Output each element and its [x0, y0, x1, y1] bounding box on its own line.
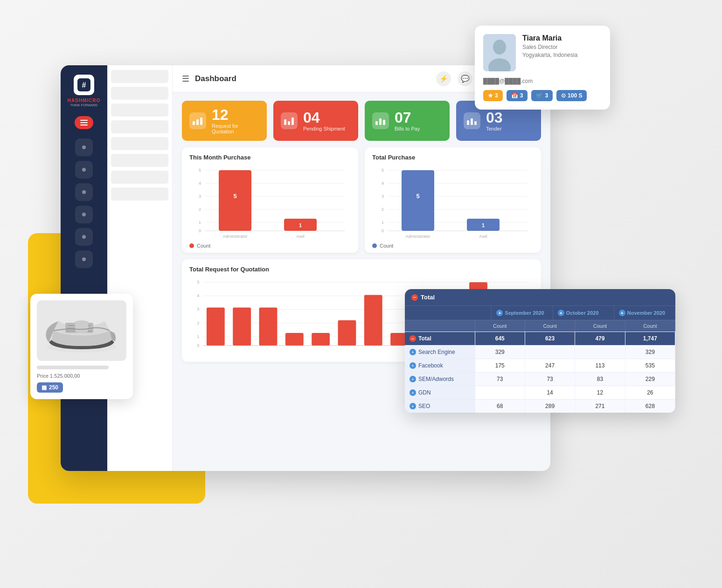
dt-minus-icon: − — [411, 294, 418, 301]
sidebar: # HASHMICRO THINK FORWARD — [61, 65, 107, 471]
charts-row: This Month Purchase 5 4 3 2 — [173, 147, 550, 259]
stat-label-ps: Pending Shipment — [303, 126, 345, 131]
svg-text:4: 4 — [199, 181, 201, 186]
stat-card-rfq[interactable]: 12 Request for Quotation — [182, 101, 267, 141]
sidebar-nav-6[interactable] — [75, 250, 93, 268]
dt-count-oct: Count — [525, 320, 575, 332]
dt-row-label-fb: + Facebook — [405, 359, 475, 372]
svg-text:Axel: Axel — [479, 234, 487, 239]
badge-points[interactable]: ⊙ 100 S — [556, 90, 587, 101]
dt-cell-sem-oct: 73 — [525, 373, 575, 386]
svg-text:2: 2 — [382, 207, 384, 212]
dt-cell-se-sum: 329 — [625, 346, 675, 359]
badge-calendar[interactable]: 📅 3 — [507, 90, 528, 101]
stat-icon-rfq — [189, 112, 206, 129]
dt-row-label-sem: + SEM/Adwords — [405, 373, 475, 386]
dt-col-nov2020[interactable]: + November 2020 — [614, 306, 675, 320]
dt-cell-total-oct: 623 — [525, 332, 575, 345]
chart-rfq-title: Total Request for Quotation — [189, 266, 534, 273]
sidebar-nav-1[interactable] — [75, 138, 93, 156]
table-row-total: − Total 645 623 479 1,747 — [405, 332, 675, 345]
plus-icon-nov: + — [619, 310, 625, 316]
dt-col-sep-label: September 2020 — [505, 310, 544, 316]
legend-dot-blue — [372, 243, 377, 248]
stat-card-ps[interactable]: 04 Pending Shipment — [273, 101, 358, 141]
dt-row-label-se: + Search Engine — [405, 346, 475, 359]
svg-text:1: 1 — [199, 220, 201, 225]
svg-text:#: # — [82, 81, 86, 89]
table-row-facebook: + Facebook 175 247 113 535 — [405, 359, 675, 372]
dt-row-label-total: − Total — [405, 332, 475, 345]
profile-header: Tiara Maria Sales Director Yogyakarta, I… — [483, 34, 602, 71]
list-item[interactable] — [111, 171, 168, 184]
sidebar-toggle-button[interactable] — [75, 116, 93, 129]
sidebar-nav-4[interactable] — [75, 206, 93, 223]
svg-text:1: 1 — [382, 220, 384, 225]
profile-name: Tiara Maria — [522, 34, 577, 42]
svg-text:5: 5 — [416, 193, 419, 200]
product-stock-badge[interactable]: ▦ 250 — [37, 382, 63, 393]
list-item[interactable] — [111, 154, 168, 167]
menu-icon[interactable]: ☰ — [182, 74, 189, 84]
dt-cell-gdn-oct: 14 — [525, 386, 575, 399]
stat-card-bp[interactable]: 07 Bills to Pay — [365, 101, 450, 141]
svg-text:5: 5 — [382, 168, 384, 173]
dt-count-total: Count — [625, 320, 675, 332]
sidebar-nav-5[interactable] — [75, 228, 93, 246]
table-row-seo: + SEO 68 289 271 628 — [405, 399, 675, 413]
svg-text:1: 1 — [299, 222, 302, 228]
badge-cart[interactable]: 🛒 3 — [531, 90, 553, 101]
chart-total-purchase: Total Purchase 5 4 3 2 1 0 — [365, 147, 541, 253]
dt-cell-fb-oct: 247 — [525, 359, 575, 372]
svg-text:1: 1 — [197, 334, 200, 339]
profile-badges: ★ 3 📅 3 🛒 3 ⊙ 100 S — [483, 90, 602, 101]
svg-rect-35 — [219, 170, 251, 231]
list-item[interactable] — [111, 104, 168, 117]
product-price-bar — [37, 366, 109, 369]
dt-col-nov-label: November 2020 — [627, 310, 665, 316]
svg-rect-17 — [375, 121, 378, 125]
dt-cell-total-sum: 1,747 — [625, 332, 675, 345]
profile-location: Yogyakarta, Indonesia — [522, 52, 577, 58]
plus-icon-gdn: + — [410, 389, 416, 396]
legend-label-count2: Count — [380, 243, 393, 249]
message-icon-btn[interactable]: 💬 — [458, 71, 472, 86]
dt-cell-se-oct — [525, 346, 575, 359]
stat-label-tender: Tender — [486, 126, 503, 131]
sidebar-nav-3[interactable] — [75, 183, 93, 201]
dt-col-oct2020[interactable]: + October 2020 — [553, 306, 614, 320]
list-item[interactable] — [111, 137, 168, 150]
dt-subheader: + September 2020 + October 2020 + Novemb… — [405, 305, 675, 320]
svg-rect-5 — [80, 120, 88, 121]
svg-text:Axel: Axel — [296, 234, 305, 239]
dt-count-nov: Count — [575, 320, 625, 332]
badge-star[interactable]: ★ 3 — [483, 90, 503, 101]
svg-rect-7 — [80, 125, 88, 125]
list-item[interactable] — [111, 70, 168, 83]
logo-area: # HASHMICRO THINK FORWARD — [68, 75, 101, 107]
sidebar-nav-2[interactable] — [75, 161, 93, 179]
stat-number-bp: 07 — [395, 110, 420, 125]
lightning-icon-btn[interactable]: ⚡ — [436, 71, 451, 86]
dt-cell-seo-nov: 271 — [575, 400, 625, 413]
list-item[interactable] — [111, 87, 168, 100]
data-table-card: − Total + September 2020 + October 2020 … — [405, 289, 675, 413]
dt-cell-gdn-sum: 26 — [625, 386, 675, 399]
dt-cell-sem-sep: 73 — [475, 373, 525, 386]
dt-col-sep2020[interactable]: + September 2020 — [492, 306, 553, 320]
dt-count-sep: Count — [475, 320, 525, 332]
plus-icon-seo: + — [410, 403, 416, 409]
profile-role: Sales Director — [522, 44, 577, 50]
svg-text:5: 5 — [199, 168, 201, 173]
logo-text: HASHMICRO — [68, 98, 101, 104]
product-stock: 250 — [49, 384, 58, 391]
svg-text:3: 3 — [199, 194, 201, 199]
svg-rect-16 — [292, 118, 294, 125]
dt-col-empty — [405, 306, 492, 320]
chart-total-title: Total Purchase — [372, 154, 534, 161]
list-item[interactable] — [111, 120, 168, 133]
svg-text:Administrator: Administrator — [222, 234, 247, 239]
list-item[interactable] — [111, 187, 168, 201]
profile-email: ████@████.com — [483, 78, 602, 84]
svg-text:0: 0 — [197, 343, 200, 348]
